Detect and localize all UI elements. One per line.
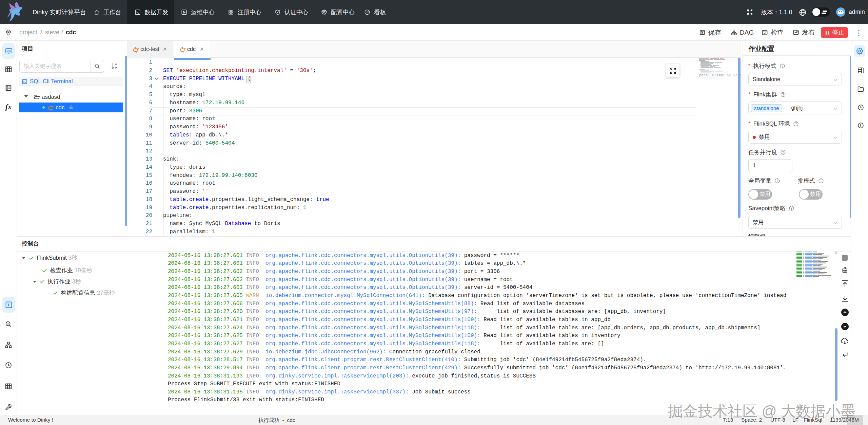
svg-text:A: A	[115, 62, 117, 66]
svg-text:SQL: SQL	[49, 109, 53, 111]
svg-text:Z: Z	[115, 67, 117, 70]
svg-text:SQL: SQL	[134, 50, 138, 53]
svg-text:SQL: SQL	[6, 50, 11, 52]
svg-text:SQL: SQL	[181, 50, 185, 53]
